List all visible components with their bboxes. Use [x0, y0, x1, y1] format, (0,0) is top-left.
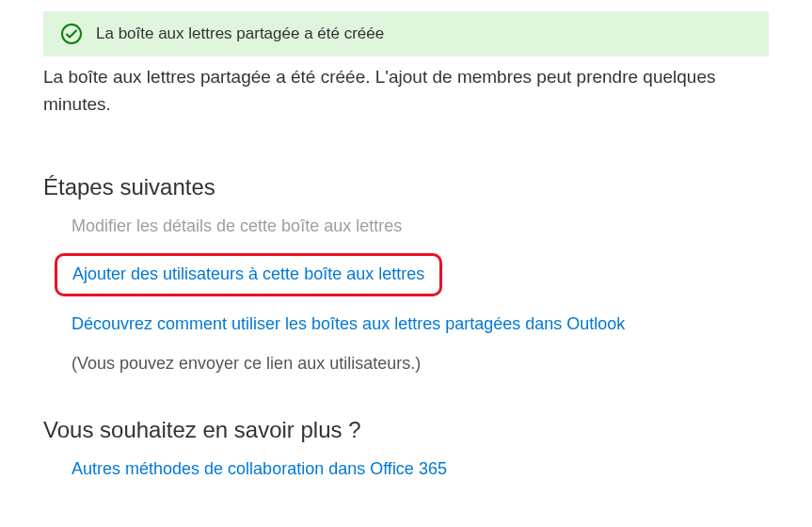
learn-more-section: Vous souhaitez en savoir plus ? Autres m… — [43, 417, 769, 481]
svg-point-0 — [62, 24, 81, 43]
step-add-users-wrapper: Ajouter des utilisateurs à cette boîte a… — [72, 253, 769, 296]
step-learn-shared-link[interactable]: Découvrez comment utiliser les boîtes au… — [72, 314, 625, 333]
step-add-users-link[interactable]: Ajouter des utilisateurs à cette boîte a… — [72, 264, 424, 283]
other-methods-link[interactable]: Autres méthodes de collaboration dans Of… — [72, 459, 447, 478]
learn-more-item: Autres méthodes de collaboration dans Of… — [72, 456, 769, 481]
step-edit-details: Modifier les détails de cette boîte aux … — [72, 214, 769, 238]
banner-message: La boîte aux lettres partagée a été créé… — [96, 24, 384, 43]
step-send-link-note: (Vous pouvez envoyer ce lien aux utilisa… — [72, 351, 769, 375]
step-learn-shared-wrapper: Découvrez comment utiliser les boîtes au… — [72, 311, 769, 336]
success-banner: La boîte aux lettres partagée a été créé… — [43, 11, 769, 56]
description-text: La boîte aux lettres partagée a été créé… — [43, 64, 769, 118]
highlight-annotation: Ajouter des utilisateurs à cette boîte a… — [55, 253, 442, 296]
checkmark-circle-icon — [60, 23, 83, 45]
next-steps-title: Étapes suivantes — [43, 174, 769, 200]
next-steps-section: Étapes suivantes Modifier les détails de… — [43, 174, 769, 375]
learn-more-title: Vous souhaitez en savoir plus ? — [43, 417, 769, 443]
